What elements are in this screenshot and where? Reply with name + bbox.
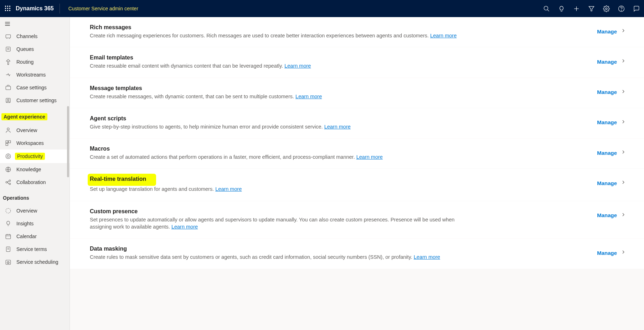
card-title: Message templates [90, 85, 142, 91]
customer-icon [5, 97, 11, 104]
learn-more-link[interactable]: Learn more [414, 254, 440, 260]
brand-name[interactable]: Dynamics 365 [16, 5, 54, 12]
topbar: Dynamics 365 Customer Service admin cent… [0, 0, 644, 17]
learn-more-link[interactable]: Learn more [356, 154, 383, 160]
svg-rect-25 [6, 86, 11, 90]
card-title: Agent scripts [90, 115, 126, 122]
manage-link[interactable]: Manage [597, 28, 617, 35]
sidebar-item-queues[interactable]: Queues [0, 43, 69, 56]
learn-more-link[interactable]: Learn more [430, 33, 457, 38]
sidebar-item-customer-settings[interactable]: Customer settings [0, 94, 69, 107]
svg-point-9 [544, 6, 548, 10]
chevron-right-icon [620, 58, 626, 65]
manage-link[interactable]: Manage [597, 250, 617, 256]
svg-marker-13 [589, 6, 594, 11]
svg-rect-21 [6, 47, 10, 51]
card-title: Macros [90, 146, 110, 152]
learn-more-link[interactable]: Learn more [295, 94, 322, 99]
settings-card-agent-scripts: Agent scriptsGive step-by-step instructi… [70, 108, 644, 138]
chevron-right-icon [620, 89, 626, 96]
manage-link[interactable]: Manage [597, 119, 617, 125]
card-title: Email templates [90, 54, 133, 61]
queues-icon [5, 46, 11, 52]
svg-rect-2 [9, 6, 10, 7]
sidebar-item-overview-agent[interactable]: Overview [0, 124, 69, 137]
sidebar-item-workstreams[interactable]: Workstreams [0, 68, 69, 81]
learn-more-link[interactable]: Learn more [171, 224, 198, 230]
sidebar-item-label: Overview [16, 208, 37, 214]
sidebar-item-label: Overview [16, 127, 37, 133]
settings-card-rich-messages: Rich messagesCreate rich messaging exper… [70, 17, 644, 47]
insights-icon [5, 220, 11, 227]
manage-link[interactable]: Manage [597, 212, 617, 218]
card-description: Set presences to update automatically or… [90, 216, 471, 231]
add-icon[interactable] [573, 5, 580, 12]
learn-more-link[interactable]: Learn more [284, 63, 311, 69]
sidebar-item-calendar[interactable]: Calendar [0, 230, 69, 243]
sidebar-item-label: Queues [16, 46, 34, 52]
svg-rect-5 [9, 8, 10, 9]
svg-rect-43 [6, 235, 11, 239]
sidebar-group-agent: Agent experience [0, 107, 69, 124]
sidebar-item-collaboration[interactable]: Collaboration [0, 176, 69, 189]
svg-rect-6 [5, 10, 6, 11]
service-scheduling-icon [5, 259, 11, 265]
sidebar-item-routing[interactable]: Routing [0, 56, 69, 68]
calendar-icon [5, 233, 11, 240]
learn-more-link[interactable]: Learn more [324, 124, 351, 130]
service-terms-icon [5, 246, 11, 252]
top-actions [543, 5, 640, 12]
settings-card-real-time-translation: Real-time translationSet up language tra… [70, 169, 644, 200]
sidebar-item-service-scheduling[interactable]: Service scheduling [0, 256, 69, 268]
app-launcher-icon[interactable] [4, 5, 11, 12]
sidebar-item-insights[interactable]: Insights [0, 217, 69, 230]
sidebar-item-productivity[interactable]: Productivity [0, 150, 69, 163]
sidebar-item-label: Insights [16, 221, 34, 226]
help-icon[interactable] [618, 5, 625, 12]
card-description: Create a set of automated actions that p… [90, 153, 471, 161]
sidebar-item-overview-ops[interactable]: Overview [0, 204, 69, 217]
scrollbar-thumb[interactable] [67, 106, 69, 177]
chevron-right-icon [620, 149, 626, 156]
manage-link[interactable]: Manage [597, 150, 617, 156]
sidebar-item-workspaces[interactable]: Workspaces [0, 137, 69, 150]
filter-icon[interactable] [588, 5, 595, 12]
chat-icon[interactable] [633, 5, 640, 12]
svg-point-36 [6, 182, 7, 183]
workspaces-icon [5, 140, 11, 146]
manage-link[interactable]: Manage [597, 180, 617, 186]
card-description: Create rich messaging experiences for cu… [90, 32, 471, 39]
sidebar-item-case-settings[interactable]: Case settings [0, 81, 69, 94]
manage-link[interactable]: Manage [597, 59, 617, 65]
svg-rect-30 [9, 141, 11, 143]
productivity-icon [5, 153, 11, 159]
card-description: Set up language translation for agents a… [90, 185, 471, 193]
workstreams-icon [5, 72, 11, 78]
sidebar-item-label: Channels [16, 33, 37, 39]
sidebar-item-knowledge[interactable]: Knowledge [0, 163, 69, 176]
idea-icon[interactable] [558, 5, 565, 12]
sidebar-item-label: Collaboration [16, 179, 46, 185]
settings-card-macros: MacrosCreate a set of automated actions … [70, 138, 644, 168]
svg-point-37 [9, 180, 11, 182]
svg-line-39 [7, 181, 9, 182]
settings-card-email-templates: Email templatesCreate resuable email con… [70, 47, 644, 77]
sidebar-item-service-terms[interactable]: Service terms [0, 243, 69, 256]
svg-rect-8 [9, 10, 10, 11]
svg-point-27 [7, 99, 9, 101]
overview-icon [5, 127, 11, 133]
manage-link[interactable]: Manage [597, 89, 617, 95]
settings-card-data-masking: Data maskingCreate rules to mask sensiti… [70, 239, 644, 268]
chevron-right-icon [620, 119, 626, 126]
svg-point-38 [9, 183, 11, 185]
svg-rect-0 [5, 6, 6, 7]
divider [60, 4, 60, 14]
svg-line-10 [547, 9, 549, 11]
gear-icon[interactable] [603, 5, 610, 12]
search-icon[interactable] [543, 5, 550, 12]
app-name[interactable]: Customer Service admin center [66, 5, 141, 12]
learn-more-link[interactable]: Learn more [215, 186, 242, 192]
main-content: Rich messagesCreate rich messaging exper… [70, 17, 644, 330]
svg-point-33 [7, 155, 9, 157]
sidebar-item-channels[interactable]: Channels [0, 30, 69, 43]
